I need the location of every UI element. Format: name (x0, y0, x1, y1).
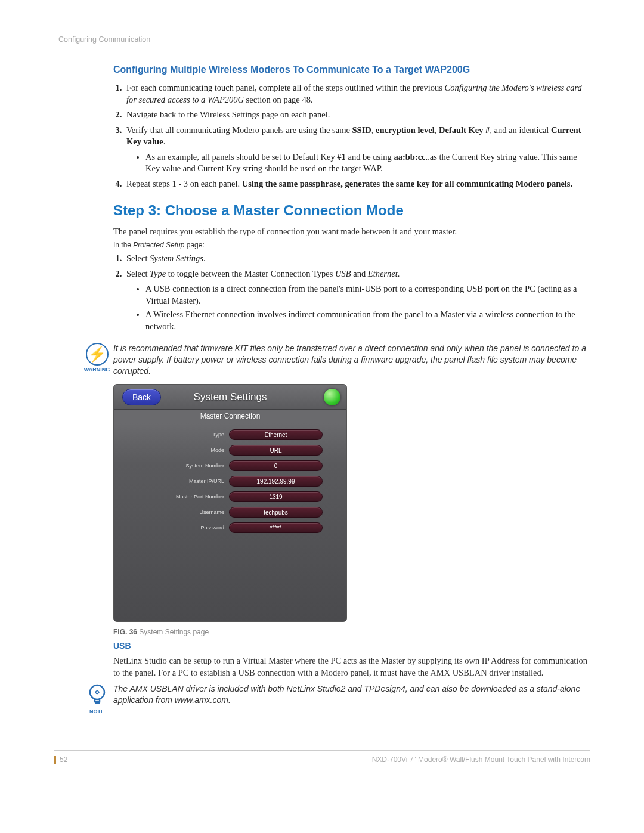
ordered-list-1: For each communicating touch panel, comp… (113, 82, 590, 190)
text-bold: #1 (337, 152, 346, 162)
list-item: Navigate back to the Wireless Settings p… (124, 109, 590, 121)
password-field[interactable]: ***** (229, 522, 323, 533)
status-led-icon (324, 389, 340, 405)
text: section on page 48. (244, 95, 313, 104)
list-item: A Wireless Ethernet connection involves … (145, 309, 590, 332)
page-number: 52 (60, 755, 67, 764)
text: Repeat steps 1 - 3 on each panel. (126, 179, 242, 188)
svg-point-0 (90, 685, 104, 699)
text: In the (113, 241, 133, 249)
text: page: (184, 241, 204, 249)
paragraph: The panel requires you establish the typ… (113, 226, 590, 238)
footer-text: NXD-700Vi 7" Modero® Wall/Flush Mount To… (372, 755, 590, 764)
text: , and an identical (490, 125, 551, 135)
text-italic: USB (335, 269, 351, 278)
text-italic: Type (150, 269, 166, 278)
text-bold: Using the same passphrase, generates the… (242, 179, 572, 188)
text: A Wireless Ethernet connection involves … (145, 309, 575, 331)
figure-caption: FIG. 36 System Settings page (113, 628, 590, 636)
content-2: Back System Settings Master Connection T… (113, 384, 590, 679)
bullet-list: A USB connection is a direct connection … (145, 283, 590, 332)
panel-title: System Settings (194, 391, 267, 403)
text: . (163, 137, 166, 146)
warning-text: It is recommended that firmware KIT file… (113, 343, 590, 377)
footer-accent (54, 756, 56, 764)
list-item: A USB connection is a direct connection … (145, 283, 590, 306)
field-row: ModeURL (120, 445, 336, 456)
text-italic: Ethernet (368, 269, 398, 278)
page: Configuring Communication Configuring Mu… (0, 0, 644, 782)
text: A USB connection is a direct connection … (145, 284, 577, 305)
field-row: TypeEthernet (120, 429, 336, 440)
panel-body: TypeEthernet ModeURL System Number0 Mast… (114, 423, 346, 621)
text: and (351, 269, 368, 278)
header-rule (54, 30, 590, 30)
list-item: As an example, all panels should be set … (145, 151, 590, 175)
text: and be using (346, 152, 394, 162)
field-label: Master IP/URL (120, 478, 229, 484)
list-item: Select Type to toggle between the Master… (124, 268, 590, 333)
note-callout: NOTE The AMX USBLAN driver is included w… (80, 683, 590, 714)
master-port-field[interactable]: 1319 (229, 491, 323, 502)
system-number-field[interactable]: 0 (229, 460, 323, 471)
text: Select (126, 253, 150, 263)
field-row: Password***** (120, 522, 336, 533)
field-row: Usernametechpubs (120, 507, 336, 518)
text: Navigate back to the Wireless Settings p… (126, 110, 330, 119)
list-item: Repeat steps 1 - 3 on each panel. Using … (124, 178, 590, 190)
lightbulb-icon (87, 683, 107, 707)
note-text: The AMX USBLAN driver is included with b… (113, 683, 590, 706)
field-label: Password (120, 525, 229, 531)
list-item: Select System Settings. (124, 253, 590, 265)
type-field[interactable]: Ethernet (229, 429, 323, 440)
system-settings-panel: Back System Settings Master Connection T… (113, 384, 347, 622)
username-field[interactable]: techpubs (229, 507, 323, 518)
field-row: System Number0 (120, 460, 336, 471)
text-italic: System Settings (150, 253, 203, 263)
warning-callout: ⚡ WARNING It is recommended that firmwar… (80, 343, 590, 377)
field-label: Master Port Number (120, 494, 229, 500)
note-icon-col: NOTE (80, 683, 113, 714)
header-text: Configuring Communication (58, 35, 590, 44)
field-row: Master IP/URL192.192.99.99 (120, 476, 336, 487)
text-bold: Default Key # (439, 125, 490, 135)
field-label: Username (120, 509, 229, 515)
text: As an example, all panels should be set … (145, 152, 337, 162)
text: Verify that all communicating Modero pan… (126, 125, 352, 135)
field-label: System Number (120, 463, 229, 469)
usb-paragraph: NetLinx Studio can be setup to run a Vir… (113, 655, 590, 679)
usb-heading: USB (113, 641, 590, 651)
bullet-list: As an example, all panels should be set … (145, 151, 590, 175)
step-heading: Step 3: Choose a Master Connection Mode (113, 202, 590, 219)
footer: 52 NXD-700Vi 7" Modero® Wall/Flush Mount… (54, 750, 590, 764)
text-bold: encryption level (376, 125, 435, 135)
ordered-list-2: Select System Settings. Select Type to t… (113, 253, 590, 332)
text: to toggle between the Master Connection … (166, 269, 335, 278)
master-ip-field[interactable]: 192.192.99.99 (229, 476, 323, 487)
list-item: For each communicating touch panel, comp… (124, 82, 590, 106)
warning-label: WARNING (80, 367, 113, 373)
figure: Back System Settings Master Connection T… (113, 384, 590, 622)
note-label: NOTE (80, 708, 113, 714)
figure-number: FIG. 36 (113, 628, 137, 636)
text: Select (126, 269, 150, 278)
list-item: Verify that all communicating Modero pan… (124, 125, 590, 175)
panel-subtitle: Master Connection (114, 410, 346, 423)
back-button[interactable]: Back (122, 389, 161, 405)
warning-icon-col: ⚡ WARNING (80, 343, 113, 373)
lightning-icon: ⚡ (88, 346, 106, 363)
page-number-wrap: 52 (54, 755, 67, 764)
panel-topbar: Back System Settings (114, 385, 346, 410)
mode-field[interactable]: URL (229, 445, 323, 456)
small-text: In the Protected Setup page: (113, 241, 590, 249)
figure-text: System Settings page (137, 628, 209, 636)
text-italic: Protected Setup (133, 241, 184, 249)
section-title-1: Configuring Multiple Wireless Moderos To… (113, 64, 590, 75)
text-bold: aa:bb:cc (394, 152, 425, 162)
warning-icon: ⚡ (86, 343, 109, 366)
text-bold: SSID (352, 125, 371, 135)
content: Configuring Multiple Wireless Moderos To… (113, 64, 590, 332)
text: . (398, 269, 400, 278)
text: For each communicating touch panel, comp… (126, 83, 445, 92)
field-label: Type (120, 432, 229, 438)
